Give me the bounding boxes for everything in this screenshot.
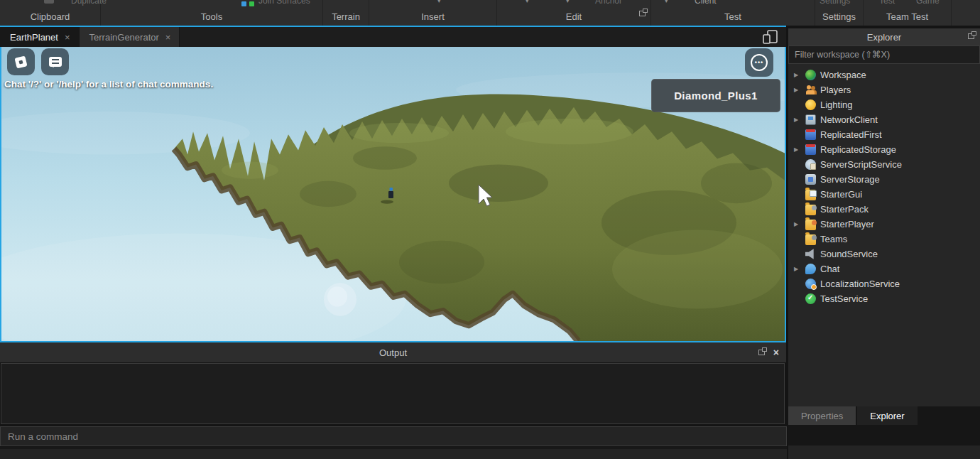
player-nametag: Diamond_Plus1 (651, 79, 780, 112)
replicated-storage-icon (805, 144, 816, 155)
roblox-menu-button[interactable] (7, 48, 35, 75)
explorer-header: Explorer (788, 28, 980, 45)
tree-item-label: ReplicatedFirst (820, 129, 882, 140)
output-header: Output (0, 342, 786, 362)
starter-pack-icon (805, 205, 816, 215)
avatar-head (390, 188, 393, 191)
explorer-tree: Workspace Players Lighting NetworkClient… (788, 64, 980, 406)
ribbon-toolbar: Clipboard Tools Terrain Insert Edit Test… (0, 0, 980, 26)
expand-arrow-icon[interactable] (794, 266, 801, 272)
edit-popout-icon[interactable] (639, 11, 646, 16)
explorer-item-ReplicatedStorage[interactable]: ReplicatedStorage (788, 142, 980, 157)
expand-arrow-icon[interactable] (794, 87, 801, 93)
network-client-icon (805, 114, 816, 125)
ribbon-group-terrain: Terrain (323, 0, 369, 26)
explorer-item-StarterGui[interactable]: StarterGui (788, 187, 980, 202)
duplicate-button[interactable]: Duplicate (71, 0, 107, 6)
explorer-item-TestService[interactable]: TestService (788, 291, 980, 306)
chat-icon (805, 264, 816, 274)
explorer-item-StarterPack[interactable]: StarterPack (788, 202, 980, 217)
ribbon-group-insert: Insert (369, 0, 497, 26)
expand-arrow-icon[interactable] (794, 147, 801, 153)
explorer-item-SoundService[interactable]: SoundService (788, 247, 980, 261)
tab-label: EarthPlanet (10, 32, 58, 43)
test-service-icon (805, 293, 816, 304)
anchor-button[interactable]: Anchor (595, 0, 622, 6)
ribbon-group-label: Edit (566, 11, 582, 26)
output-log-area[interactable] (1, 363, 785, 424)
join-surfaces-icon[interactable] (249, 1, 254, 6)
tree-item-label: Workspace (820, 70, 866, 80)
avatar-shadow (381, 200, 393, 204)
tree-item-label: LocalizationService (820, 279, 900, 289)
doc-tab-TerrainGenerator[interactable]: TerrainGenerator (80, 27, 180, 47)
join-surfaces-button[interactable]: Join Surfaces (258, 0, 310, 6)
explorer-popout-icon[interactable] (968, 33, 974, 39)
join-surfaces-icon[interactable] (241, 1, 246, 6)
explorer-item-ServerScriptService[interactable]: ServerScriptService (788, 157, 980, 172)
explorer-item-ServerStorage[interactable]: ServerStorage (788, 172, 980, 187)
explorer-title: Explorer (867, 32, 901, 43)
chevron-down-icon[interactable]: ▾ (566, 0, 570, 4)
tab-close-icon[interactable] (65, 33, 70, 42)
ribbon-group-test: Test (651, 0, 815, 26)
chevron-down-icon[interactable]: ▾ (437, 0, 441, 4)
tree-item-label: Chat (820, 264, 839, 274)
game-button-top[interactable]: Game (916, 0, 940, 6)
tree-item-label: SoundService (820, 249, 878, 259)
panel-tab-label: Explorer (870, 411, 904, 421)
explorer-item-StarterPlayer[interactable]: StarterPlayer (788, 217, 980, 232)
document-tabs: EarthPlanet TerrainGenerator (0, 27, 180, 47)
explorer-item-NetworkClient[interactable]: NetworkClient (788, 112, 980, 127)
explorer-item-Workspace[interactable]: Workspace (788, 68, 980, 82)
expand-arrow-icon[interactable] (794, 72, 801, 78)
3d-viewport[interactable]: Chat '/?' or '/help' for a list of chat … (0, 47, 786, 342)
tree-item-label: StarterGui (820, 189, 862, 200)
output-close-icon[interactable] (773, 347, 779, 357)
server-storage-icon (805, 174, 816, 185)
client-dropdown[interactable]: Client (695, 0, 717, 6)
device-emulation-icon[interactable] (762, 30, 779, 44)
tree-item-label: Players (820, 85, 851, 95)
panel-tab-explorer[interactable]: Explorer (857, 406, 917, 425)
doc-tab-EarthPlanet[interactable]: EarthPlanet (0, 27, 80, 47)
ribbon-group-label: Insert (421, 11, 445, 26)
tab-close-icon[interactable] (165, 33, 171, 42)
sound-service-icon (805, 249, 816, 259)
test-button-top[interactable]: Test (879, 0, 895, 6)
explorer-item-Lighting[interactable]: Lighting (788, 97, 980, 112)
explorer-panel: Explorer Workspace Players Lighting Netw… (788, 28, 980, 459)
replicated-first-icon (805, 129, 816, 140)
status-strip (0, 447, 787, 459)
ribbon-group-edit: Edit (497, 0, 651, 26)
starter-player-icon (805, 220, 816, 230)
avatar (388, 191, 393, 198)
duplicate-icon[interactable] (44, 0, 54, 4)
explorer-item-LocalizationService[interactable]: LocalizationService (788, 276, 980, 291)
explorer-item-Teams[interactable]: Teams (788, 232, 980, 247)
server-script-service-icon (805, 159, 816, 170)
explorer-item-Players[interactable]: Players (788, 82, 980, 97)
tree-item-label: Lighting (820, 99, 853, 110)
tree-item-label: ReplicatedStorage (820, 144, 896, 155)
tree-item-label: TestService (820, 293, 868, 304)
explorer-item-ReplicatedFirst[interactable]: ReplicatedFirst (788, 127, 980, 142)
chat-bubble-icon (49, 57, 62, 67)
output-popout-icon[interactable] (758, 350, 765, 355)
chat-toggle-button[interactable] (41, 48, 69, 75)
tree-item-label: ServerScriptService (820, 159, 902, 170)
ribbon-group-label: Tools (201, 11, 222, 26)
ribbon-group-label: Clipboard (31, 11, 70, 26)
output-title: Output (379, 347, 407, 358)
command-input[interactable] (1, 427, 786, 446)
settings-button-top[interactable]: Settings (820, 0, 850, 6)
chevron-down-icon[interactable]: ▾ (526, 0, 529, 4)
explorer-filter-input[interactable] (789, 46, 979, 63)
panel-tab-properties[interactable]: Properties (788, 406, 856, 425)
players-icon (805, 85, 816, 95)
expand-arrow-icon[interactable] (794, 222, 801, 227)
expand-arrow-icon[interactable] (794, 117, 801, 123)
more-options-button[interactable] (745, 48, 773, 77)
explorer-item-Chat[interactable]: Chat (788, 261, 980, 276)
chevron-down-icon[interactable]: ▾ (665, 0, 668, 4)
